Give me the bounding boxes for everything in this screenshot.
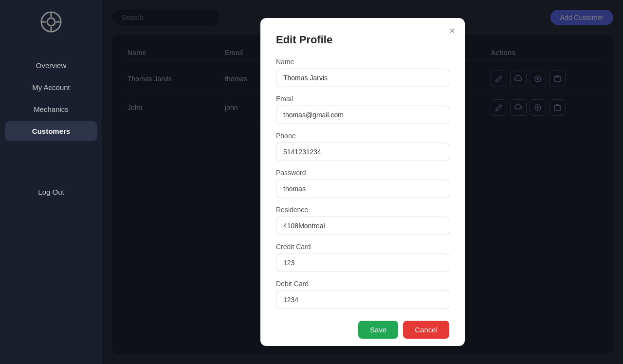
modal-overlay: Edit Profile × Name Email Phone Password… <box>102 0 623 364</box>
input-password[interactable] <box>276 180 449 198</box>
sidebar-item-customers[interactable]: Customers <box>5 121 97 141</box>
label-email: Email <box>276 95 449 103</box>
sidebar-item-mechanics[interactable]: Mechanics <box>5 99 97 119</box>
input-email[interactable] <box>276 106 449 124</box>
input-creditcard[interactable] <box>276 254 449 272</box>
label-creditcard: Credit Card <box>276 243 449 251</box>
input-debitcard[interactable] <box>276 291 449 309</box>
sidebar-item-overview[interactable]: Overview <box>5 55 97 75</box>
save-button[interactable]: Save <box>358 321 398 339</box>
modal-close-button[interactable]: × <box>449 26 455 36</box>
main-content: Add Customer Name Email Cars Actions Tho… <box>102 0 623 364</box>
label-password: Password <box>276 169 449 177</box>
input-name[interactable] <box>276 69 449 87</box>
sidebar-item-myaccount[interactable]: My Account <box>5 77 97 97</box>
sidebar: Overview My Account Mechanics Customers … <box>0 0 102 364</box>
modal-footer: Save Cancel <box>276 321 449 339</box>
form-group-residence: Residence <box>276 206 449 235</box>
svg-point-1 <box>47 18 55 26</box>
cancel-button[interactable]: Cancel <box>403 321 449 339</box>
label-debitcard: Debit Card <box>276 280 449 288</box>
sidebar-logo <box>39 10 63 55</box>
modal-title: Edit Profile <box>276 34 449 46</box>
sidebar-item-logout[interactable]: Log Out <box>5 182 97 202</box>
label-name: Name <box>276 58 449 66</box>
form-group-phone: Phone <box>276 132 449 161</box>
input-residence[interactable] <box>276 217 449 235</box>
form-group-creditcard: Credit Card <box>276 243 449 272</box>
edit-profile-modal: Edit Profile × Name Email Phone Password… <box>260 18 465 346</box>
label-residence: Residence <box>276 206 449 214</box>
sidebar-nav: Overview My Account Mechanics Customers … <box>0 55 102 202</box>
form-group-debitcard: Debit Card <box>276 280 449 309</box>
form-group-password: Password <box>276 169 449 198</box>
form-group-name: Name <box>276 58 449 87</box>
input-phone[interactable] <box>276 143 449 161</box>
form-group-email: Email <box>276 95 449 124</box>
label-phone: Phone <box>276 132 449 140</box>
